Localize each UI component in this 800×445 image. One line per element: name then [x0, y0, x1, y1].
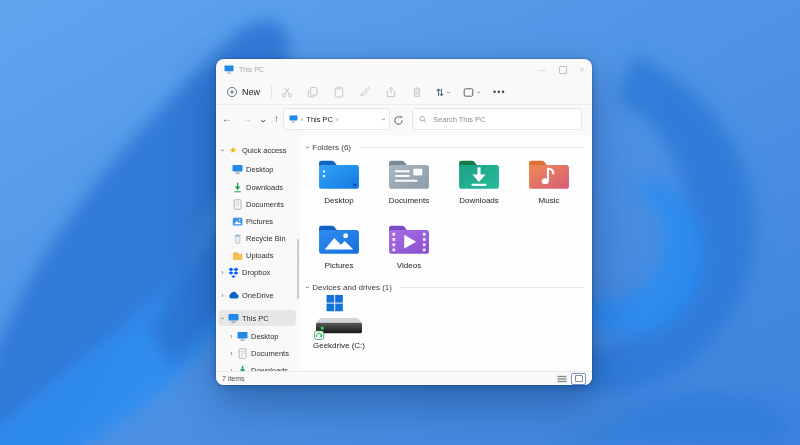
breadcrumb-separator[interactable]: ›	[336, 116, 338, 123]
cloud-icon	[227, 290, 239, 301]
sidebar-item-label: Desktop	[246, 165, 274, 174]
sidebar-item-pictures[interactable]: Pictures	[218, 213, 309, 229]
large-icons-view-icon[interactable]	[571, 373, 586, 385]
address-dropdown-chevron-icon[interactable]: ›	[379, 118, 386, 120]
monitor-icon	[231, 164, 243, 174]
search-icon	[419, 115, 427, 124]
sync-status-badge	[315, 331, 324, 340]
monitor-icon	[227, 313, 239, 323]
more-options-button[interactable]: •••	[493, 87, 505, 97]
rename-icon[interactable]	[359, 86, 371, 98]
sort-button[interactable]: ⇅ ›	[436, 87, 450, 98]
sidebar-item-uploads[interactable]: Uploads	[218, 247, 309, 263]
chevron-collapsed-icon[interactable]: ›	[218, 292, 227, 299]
tile-label: Pictures	[325, 261, 354, 270]
sidebar-item-desktop[interactable]: Desktop	[218, 161, 309, 177]
monitor-icon	[236, 331, 248, 341]
sidebar-item-label: OneDrive	[242, 291, 274, 300]
forward-button[interactable]: →	[242, 112, 252, 126]
sidebar-item-label: Desktop	[251, 332, 279, 341]
navigation-sidebar: › ★ Quick access Desktop	[216, 135, 300, 372]
sidebar-item-this-pc-documents[interactable]: › Documents	[218, 345, 305, 361]
sidebar-item-label: Documents	[246, 200, 284, 209]
sidebar-item-label: Dropbox	[242, 268, 270, 277]
sidebar-item-this-pc-desktop[interactable]: › Desktop	[218, 328, 305, 344]
sidebar-item-label: Recycle Bin	[246, 234, 286, 243]
folder-tile-downloads[interactable]: Downloads	[446, 155, 512, 205]
chevron-down-icon: ›	[474, 91, 481, 93]
sidebar-item-label: Downloads	[246, 183, 283, 192]
share-icon[interactable]	[385, 86, 397, 98]
file-explorer-window: This PC — × New	[216, 59, 592, 385]
breadcrumb-root[interactable]: This PC	[306, 115, 333, 124]
sidebar-item-label: Uploads	[246, 251, 274, 260]
cut-icon[interactable]	[281, 86, 293, 98]
sidebar-item-this-pc[interactable]: › This PC	[218, 310, 296, 326]
tile-label: Geekdrive (C:)	[313, 341, 365, 350]
sidebar-item-recycle-bin[interactable]: Recycle Bin	[218, 230, 309, 246]
section-divider	[359, 147, 584, 148]
view-button[interactable]: ›	[463, 87, 479, 98]
up-button[interactable]: ↑	[274, 112, 279, 126]
item-count: 7 items	[222, 375, 245, 382]
dropbox-icon	[227, 267, 239, 278]
section-header-devices[interactable]: › Devices and drives (1)	[306, 283, 584, 292]
sidebar-item-onedrive[interactable]: › OneDrive	[218, 287, 296, 303]
copy-icon[interactable]	[307, 86, 319, 98]
folder-tile-videos[interactable]: Videos	[376, 220, 442, 270]
titlebar[interactable]: This PC — ×	[216, 59, 592, 80]
folder-tile-desktop[interactable]: Desktop	[306, 155, 372, 205]
maximize-button[interactable]	[559, 66, 567, 74]
folder-tile-music[interactable]: Music	[516, 155, 582, 205]
tile-label: Desktop	[324, 196, 353, 205]
new-button-label: New	[242, 87, 260, 97]
new-button[interactable]: New	[226, 86, 260, 98]
desktop-folder-icon	[316, 155, 362, 193]
section-header-folders[interactable]: › Folders (6)	[306, 143, 584, 152]
drive-tile-geekdrive-c[interactable]: Geekdrive (C:)	[306, 294, 372, 350]
tile-label: Videos	[397, 261, 421, 270]
chevron-expanded-icon: ›	[304, 286, 311, 288]
folder-tile-pictures[interactable]: Pictures	[306, 220, 372, 270]
this-pc-monitor-icon	[224, 65, 234, 74]
search-input[interactable]	[431, 114, 575, 125]
paste-icon[interactable]	[333, 86, 345, 98]
delete-icon[interactable]	[411, 86, 423, 98]
command-toolbar: New	[216, 80, 592, 105]
chevron-expanded-icon[interactable]: ›	[219, 146, 226, 155]
plus-circle-icon	[226, 86, 238, 98]
tile-label: Documents	[389, 196, 429, 205]
hard-drive-icon	[314, 294, 364, 340]
star-icon: ★	[227, 145, 239, 155]
sidebar-item-label: This PC	[242, 314, 269, 323]
details-view-icon[interactable]	[557, 375, 567, 383]
back-button[interactable]: ←	[222, 112, 232, 126]
window-body: › ★ Quick access Desktop	[216, 135, 592, 372]
sidebar-item-dropbox[interactable]: › Dropbox	[218, 264, 296, 280]
recent-locations-chevron-icon[interactable]: ›	[256, 119, 270, 122]
close-button[interactable]: ×	[580, 66, 584, 73]
chevron-down-icon: ›	[445, 91, 452, 93]
refresh-button[interactable]	[393, 112, 404, 130]
music-folder-icon	[526, 155, 572, 193]
picture-icon	[231, 216, 243, 227]
chevron-collapsed-icon[interactable]: ›	[227, 350, 236, 357]
breadcrumb[interactable]: › This PC › ›	[283, 108, 390, 130]
chevron-expanded-icon: ›	[304, 146, 311, 148]
sidebar-scrollbar[interactable]	[297, 239, 299, 299]
recycle-bin-icon	[231, 233, 243, 244]
document-icon	[236, 348, 248, 359]
folder-tile-documents[interactable]: Documents	[376, 155, 442, 205]
folder-icon	[231, 250, 243, 261]
chevron-collapsed-icon[interactable]: ›	[227, 333, 236, 340]
minimize-button[interactable]: —	[539, 66, 546, 73]
sidebar-item-quick-access[interactable]: › ★ Quick access	[218, 142, 296, 158]
sidebar-item-documents[interactable]: Documents	[218, 196, 309, 212]
chevron-expanded-icon[interactable]: ›	[219, 314, 226, 323]
this-pc-monitor-icon	[289, 115, 298, 123]
sidebar-item-downloads[interactable]: Downloads	[218, 179, 309, 195]
sort-icon: ⇅	[436, 87, 444, 98]
address-row: ← → › ↑ › This PC › ›	[216, 104, 592, 135]
chevron-collapsed-icon[interactable]: ›	[218, 269, 227, 276]
section-divider	[400, 287, 584, 288]
